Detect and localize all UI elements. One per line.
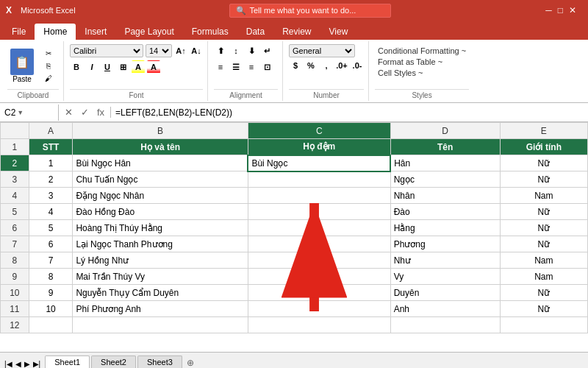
- tab-data[interactable]: Data: [237, 24, 273, 40]
- cell-a12[interactable]: [29, 317, 73, 333]
- cell-a4[interactable]: 3: [29, 188, 73, 204]
- cell-a10[interactable]: 9: [29, 285, 73, 301]
- cell-e2[interactable]: Nữ: [500, 155, 587, 171]
- bold-button[interactable]: B: [70, 60, 83, 74]
- cell-e5[interactable]: Nữ: [500, 204, 587, 220]
- increase-font-button[interactable]: A↑: [174, 44, 187, 57]
- cell-e7[interactable]: Nữ: [500, 236, 587, 252]
- cell-b5[interactable]: Đào Hồng Đào: [73, 204, 248, 220]
- sheet-tab-3[interactable]: Sheet3: [137, 355, 182, 368]
- font-size-select[interactable]: 14: [146, 44, 172, 57]
- header-ho-va-ten[interactable]: Họ và tên: [73, 139, 248, 155]
- header-stt[interactable]: STT: [29, 139, 73, 155]
- conditional-formatting-button[interactable]: Conditional Formatting ~: [375, 46, 469, 56]
- header-ho-dem[interactable]: Họ đệm: [248, 139, 390, 155]
- col-header-b[interactable]: B: [73, 123, 248, 139]
- tab-home[interactable]: Home: [35, 24, 76, 40]
- font-color-button[interactable]: A: [147, 60, 160, 74]
- search-box[interactable]: 🔍 Tell me what you want to do...: [229, 4, 391, 18]
- cell-c6[interactable]: [248, 220, 390, 236]
- cell-ref-dropdown[interactable]: ▼: [17, 109, 24, 116]
- align-left-button[interactable]: ≡: [214, 60, 227, 74]
- format-as-table-button[interactable]: Format as Table ~: [375, 57, 469, 67]
- cell-d2[interactable]: Hân: [390, 155, 500, 171]
- tab-review[interactable]: Review: [273, 24, 320, 40]
- comma-button[interactable]: ,: [320, 59, 333, 72]
- cell-d3[interactable]: Ngọc: [390, 171, 500, 188]
- tab-formulas[interactable]: Formulas: [183, 24, 237, 40]
- copy-button[interactable]: ⎘: [38, 60, 59, 71]
- add-sheet-button[interactable]: ⊕: [187, 358, 194, 368]
- cell-a5[interactable]: 4: [29, 204, 73, 220]
- italic-button[interactable]: I: [85, 60, 98, 74]
- cell-d6[interactable]: Hằng: [390, 220, 500, 236]
- cell-styles-button[interactable]: Cell Styles ~: [375, 68, 469, 78]
- cell-b12[interactable]: [73, 317, 248, 333]
- cell-c7[interactable]: [248, 236, 390, 252]
- percent-button[interactable]: %: [304, 59, 318, 72]
- cell-d8[interactable]: Như: [390, 252, 500, 269]
- cell-d4[interactable]: Nhân: [390, 188, 500, 204]
- cell-e3[interactable]: Nữ: [500, 171, 587, 188]
- cell-c10[interactable]: [248, 285, 390, 301]
- cut-button[interactable]: ✂: [38, 48, 59, 59]
- cell-e8[interactable]: Nam: [500, 252, 587, 269]
- cell-b2[interactable]: Bùi Ngọc Hân: [73, 155, 248, 171]
- align-center-button[interactable]: ☰: [229, 60, 243, 74]
- cell-b11[interactable]: Phí Phương Anh: [73, 301, 248, 317]
- sheet-nav-next[interactable]: ▶: [23, 360, 32, 368]
- col-header-d[interactable]: D: [390, 123, 500, 139]
- cell-c11[interactable]: [248, 301, 390, 317]
- tab-view[interactable]: View: [320, 24, 357, 40]
- border-button[interactable]: ⊞: [116, 60, 129, 74]
- number-format-select[interactable]: General: [289, 44, 355, 57]
- cell-d10[interactable]: Duyên: [390, 285, 500, 301]
- cell-a9[interactable]: 8: [29, 269, 73, 285]
- col-header-c[interactable]: C: [248, 123, 390, 139]
- increase-decimal-button[interactable]: .0+: [335, 59, 348, 72]
- cell-e4[interactable]: Nam: [500, 188, 587, 204]
- cell-b10[interactable]: Nguyễn Thụy Cẩm Duyên: [73, 285, 248, 301]
- cell-c4[interactable]: [248, 188, 390, 204]
- cell-b3[interactable]: Chu Tuấn Ngọc: [73, 171, 248, 188]
- cell-c2[interactable]: Bùi Ngọc: [248, 155, 390, 171]
- align-middle-button[interactable]: ↕: [229, 44, 243, 57]
- cell-a11[interactable]: 10: [29, 301, 73, 317]
- align-bottom-button[interactable]: ⬇: [245, 44, 258, 57]
- cell-e12[interactable]: [500, 317, 587, 333]
- align-right-button[interactable]: ≡: [245, 60, 258, 74]
- cell-d5[interactable]: Đào: [390, 204, 500, 220]
- formula-input[interactable]: =LEFT(B2,LEN(B2)-LEN(D2)): [111, 107, 588, 118]
- cell-e10[interactable]: Nữ: [500, 285, 587, 301]
- paste-button[interactable]: 📋 Paste: [7, 47, 37, 85]
- cell-a7[interactable]: 6: [29, 236, 73, 252]
- minimize-icon[interactable]: ─: [545, 5, 552, 15]
- sheet-nav-last[interactable]: ▶|: [32, 360, 43, 368]
- sheet-nav-first[interactable]: |◀: [3, 360, 14, 368]
- underline-button[interactable]: U: [101, 60, 114, 74]
- cell-c12[interactable]: [248, 317, 390, 333]
- sheet-tab-1[interactable]: Sheet1: [45, 355, 90, 368]
- cell-reference-box[interactable]: C2 ▼: [0, 105, 59, 121]
- cell-b4[interactable]: Đặng Ngọc Nhân: [73, 188, 248, 204]
- header-ten[interactable]: Tên: [390, 139, 500, 155]
- cell-e6[interactable]: Nữ: [500, 220, 587, 236]
- cell-a2[interactable]: 1: [29, 155, 73, 171]
- merge-button[interactable]: ⊡: [260, 60, 273, 74]
- cancel-formula-icon[interactable]: ✕: [62, 107, 75, 118]
- maximize-icon[interactable]: □: [558, 5, 563, 15]
- currency-button[interactable]: $: [289, 59, 302, 72]
- decrease-font-button[interactable]: A↓: [190, 44, 203, 57]
- cell-a8[interactable]: 7: [29, 252, 73, 269]
- cell-c9[interactable]: [248, 269, 390, 285]
- cell-c3[interactable]: [248, 171, 390, 188]
- cell-a6[interactable]: 5: [29, 220, 73, 236]
- cell-e9[interactable]: Nam: [500, 269, 587, 285]
- cell-a3[interactable]: 2: [29, 171, 73, 188]
- fill-color-button[interactable]: A: [132, 60, 145, 74]
- sheet-nav-prev[interactable]: ◀: [14, 360, 23, 368]
- tab-insert[interactable]: Insert: [76, 24, 115, 40]
- tab-file[interactable]: File: [3, 24, 35, 40]
- insert-function-icon[interactable]: fx: [94, 107, 107, 118]
- cell-b9[interactable]: Mai Trần Thúy Vy: [73, 269, 248, 285]
